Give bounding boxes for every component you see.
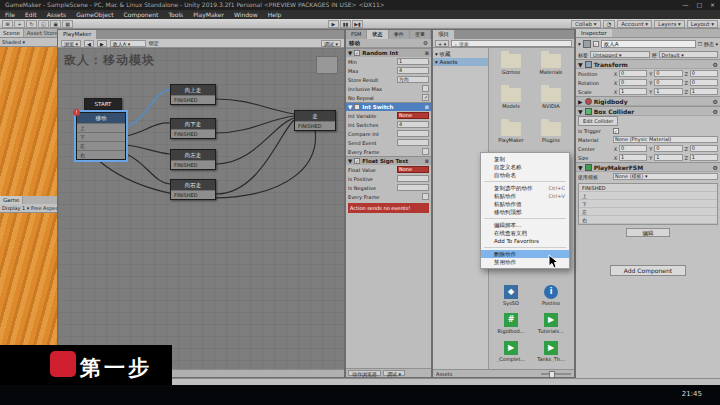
playmakerfsm-component-header[interactable]: ▼ PlayMakerFSM ⚙ (576, 162, 720, 172)
close-button[interactable]: × (710, 1, 715, 8)
debug-dropdown[interactable]: 调试 ▾ (321, 40, 341, 47)
lock-checkbox[interactable]: 锁定 (149, 40, 159, 46)
z-field[interactable]: 1 (690, 88, 718, 95)
gear-icon[interactable]: ⚙ (713, 61, 718, 68)
fsm-event-item[interactable]: 下 (579, 200, 717, 208)
context-menu-item[interactable]: 自动命名 (481, 171, 569, 179)
toolbar-dropdown[interactable]: Layers ▾ (654, 20, 685, 28)
transition-row[interactable]: FINISHED (171, 129, 215, 138)
context-menu-item[interactable]: 复制选中的动作 Ctrl+C (481, 184, 569, 192)
transform-component-header[interactable]: ▼ Transform ⚙ (576, 59, 720, 69)
parameter-value-field[interactable]: None (397, 112, 429, 119)
minimize-button[interactable]: — (682, 1, 688, 8)
play-button[interactable]: ▶ (328, 20, 339, 28)
parameter-value-field[interactable] (397, 184, 429, 191)
y-field[interactable]: 1 (654, 154, 682, 161)
inspector-tab[interactable]: 事件 (389, 30, 410, 39)
forward-button[interactable]: ▶ (97, 40, 107, 47)
parameter-value-field[interactable] (397, 175, 429, 182)
create-asset-button[interactable]: + ▾ (435, 40, 449, 47)
edit-collider-button[interactable]: Edit Collider (578, 116, 618, 126)
folder-item[interactable]: PlayMaker (491, 118, 531, 152)
toolbar-dropdown[interactable]: ◔ (603, 20, 616, 28)
menu-item[interactable]: Help (263, 10, 287, 19)
gear-icon[interactable]: ⚙ (713, 108, 718, 115)
x-field[interactable]: 0 (619, 79, 647, 86)
folder-item[interactable]: Gizmos (491, 50, 531, 84)
toolbar-dropdown[interactable]: Account ▾ (617, 20, 652, 28)
transition-row[interactable]: 上 (77, 123, 125, 132)
action-enabled-checkbox[interactable]: ✓ (354, 158, 360, 164)
context-menu-item[interactable]: 移动到顶部 (481, 208, 569, 216)
menu-item[interactable]: Component (119, 10, 164, 19)
context-menu-item[interactable]: 编辑脚本... (481, 221, 569, 229)
action-menu-icon[interactable]: ≡ (424, 158, 429, 164)
state-node-end[interactable]: 走 FINISHED (294, 110, 336, 131)
pause-button[interactable]: ▮▮ (340, 20, 351, 28)
z-field[interactable]: 0 (690, 145, 718, 152)
asset-item[interactable]: # Rigidbod... (491, 311, 531, 339)
static-dropdown[interactable]: ☐ 静态 ▾ (698, 41, 718, 47)
folder-item[interactable]: Plugins (531, 118, 571, 152)
tool-button[interactable]: ◱ (38, 20, 49, 28)
transition-row[interactable]: FINISHED (171, 95, 215, 104)
toolbar-dropdown[interactable]: Layout ▾ (687, 20, 718, 28)
fsm-graph-canvas[interactable]: 敌人：移动模块 START ! 移动 上下左右 (58, 48, 344, 369)
fsm-event-item[interactable]: 左 (579, 208, 717, 216)
gear-icon[interactable]: ⚙ (713, 98, 718, 105)
tree-item[interactable]: ▾ 收藏 (433, 50, 488, 58)
parameter-value-field[interactable]: 4 (397, 121, 429, 128)
parameter-value-field[interactable] (422, 148, 429, 155)
context-menu-item[interactable] (484, 247, 566, 248)
foldout-icon[interactable]: ▾ (578, 41, 581, 47)
tool-button[interactable]: ⊞ (2, 20, 13, 28)
tag-dropdown[interactable]: Untagged ▾ (590, 51, 650, 58)
tab-inspector[interactable]: Inspector (576, 29, 612, 37)
gameobject-name-field[interactable]: 敌人A (601, 40, 696, 48)
z-field[interactable]: 1 (690, 154, 718, 161)
parameter-value-field[interactable] (397, 130, 429, 137)
action-header-int-switch[interactable]: ▼ ✓ Int Switch ≡ (346, 102, 431, 111)
x-field[interactable]: 1 (619, 88, 647, 95)
fsm-event-item[interactable]: 右 (579, 216, 717, 224)
tool-button[interactable]: + (14, 20, 25, 28)
y-field[interactable]: 0 (654, 145, 682, 152)
is-trigger-checkbox[interactable]: ✓ (613, 128, 619, 134)
inspector-tab[interactable]: 状态 (367, 30, 388, 39)
transition-row[interactable]: 左 (77, 141, 125, 150)
asset-item[interactable]: i Postino (531, 283, 571, 311)
toolbar-dropdown[interactable]: Collab ▾ (571, 20, 601, 28)
edit-fsm-button[interactable]: 编辑 (626, 228, 670, 237)
parameter-value-field[interactable]: 1 (397, 58, 429, 65)
parameter-value-field[interactable]: 方向 (397, 76, 429, 83)
tab-playmaker[interactable]: PlayMaker (58, 30, 96, 39)
z-field[interactable]: 0 (690, 70, 718, 77)
x-field[interactable]: 0 (619, 70, 647, 77)
action-enabled-checkbox[interactable]: ✓ (354, 104, 360, 110)
tab-project[interactable]: 项目 (433, 30, 454, 39)
tab-scene[interactable]: Scene (0, 29, 24, 37)
context-menu-item[interactable]: 自定义名称 (481, 163, 569, 171)
parameter-value-field[interactable] (422, 85, 429, 92)
step-button[interactable]: ▶▮ (352, 20, 363, 28)
context-menu-item[interactable]: 粘贴动作 Ctrl+V (481, 192, 569, 200)
x-field[interactable]: 1 (619, 154, 647, 161)
tab-asset-store[interactable]: Asset Store (24, 29, 57, 37)
rigidbody-component-header[interactable]: ▶ Rigidbody ⚙ (576, 96, 720, 106)
context-menu-item[interactable]: 粘贴动作值 (481, 200, 569, 208)
menu-item[interactable]: File (0, 10, 20, 19)
game-toolbar[interactable]: Display 1 ▾ Free Aspect ▾ (0, 204, 57, 213)
menu-item[interactable]: Edit (20, 10, 42, 19)
state-node-start[interactable]: START (84, 98, 122, 110)
action-enabled-checkbox[interactable]: ✓ (354, 50, 360, 56)
asset-item[interactable]: ▶ Tanks_Th... (531, 339, 571, 367)
x-field[interactable]: 0 (619, 145, 647, 152)
transition-row[interactable]: FINISHED (171, 190, 215, 199)
asset-item[interactable]: ▶ Tutorials... (531, 311, 571, 339)
menu-item[interactable]: PlayMaker (188, 10, 229, 19)
tool-button[interactable]: ↻ (26, 20, 37, 28)
search-input[interactable]: ⌕ 搜索 (451, 40, 572, 47)
action-header-random-int[interactable]: ▼ ✓ Random Int ≡ (346, 48, 431, 57)
state-node-down[interactable]: 向下走 FINISHED (170, 118, 216, 139)
action-header-float-sign-test[interactable]: ▼ ✓ Float Sign Test ≡ (346, 156, 431, 165)
